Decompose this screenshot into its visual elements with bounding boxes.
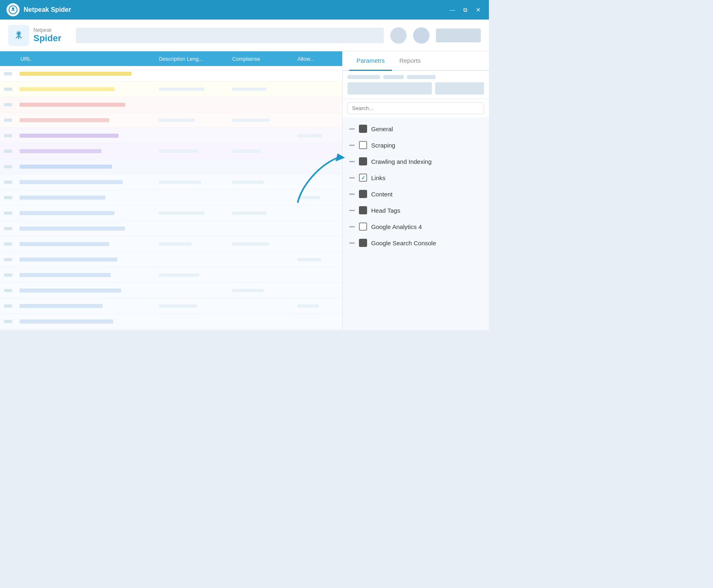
param-item-content[interactable]: Content	[343, 186, 489, 202]
param-dash	[349, 128, 355, 130]
row-allow	[293, 258, 342, 261]
row-num	[0, 211, 16, 215]
row-num	[0, 273, 16, 277]
checkbox-crawling[interactable]	[359, 157, 367, 165]
action-button[interactable]	[436, 29, 481, 42]
row-num	[0, 289, 16, 292]
panel-search	[343, 99, 489, 117]
row-num	[0, 134, 16, 137]
table-row[interactable]	[0, 205, 342, 221]
url-bar[interactable]	[76, 28, 384, 43]
checkbox-links[interactable]: ✓	[359, 174, 367, 182]
search-wrap[interactable]	[348, 102, 484, 114]
toolbar-btn1[interactable]	[348, 82, 432, 95]
param-item-gsc[interactable]: Google Search Console	[343, 235, 489, 251]
maximize-button[interactable]: ⧉	[461, 6, 469, 14]
row-url	[16, 273, 155, 277]
checkbox-content[interactable]	[359, 190, 367, 198]
window-controls[interactable]: — ⧉ ✕	[448, 6, 482, 14]
row-allow	[293, 304, 342, 308]
row-url	[16, 149, 155, 153]
checkmark-blue-icon: ✓	[361, 175, 365, 181]
row-url	[16, 87, 155, 91]
avatar-1	[390, 27, 407, 44]
param-item-crawling[interactable]: Crawling and Indexing	[343, 153, 489, 170]
title-bar: Netpeak Spider — ⧉ ✕	[0, 0, 489, 20]
toolbar-item3	[407, 75, 436, 79]
table-row[interactable]	[0, 329, 342, 330]
param-item-links[interactable]: ✓ Links	[343, 170, 489, 186]
table-row[interactable]	[0, 97, 342, 112]
svg-point-7	[18, 32, 20, 35]
row-num	[0, 242, 16, 246]
row-num	[0, 181, 16, 184]
row-num	[0, 258, 16, 261]
toolbar-item2	[383, 75, 404, 79]
row-desc	[155, 211, 228, 215]
table-row[interactable]	[0, 190, 342, 205]
row-url	[16, 258, 155, 262]
col-url: URL	[16, 56, 155, 62]
logo-icon	[8, 25, 29, 46]
row-comp	[228, 289, 293, 292]
table-row[interactable]	[0, 159, 342, 174]
toolbar-btn2[interactable]	[435, 82, 484, 95]
param-dash	[349, 145, 355, 146]
row-num	[0, 196, 16, 199]
app-logo-icon	[7, 3, 20, 16]
checkbox-gsc[interactable]	[359, 239, 367, 247]
table-row[interactable]	[0, 314, 342, 329]
row-num	[0, 150, 16, 153]
table-row[interactable]	[0, 236, 342, 252]
row-num	[0, 227, 16, 230]
row-comp	[228, 181, 293, 184]
logo-netpeak: Netpeak	[33, 27, 61, 33]
table-row[interactable]	[0, 81, 342, 97]
row-comp	[228, 119, 293, 122]
table-row[interactable]	[0, 143, 342, 159]
table-row[interactable]	[0, 112, 342, 128]
side-panel: Parametrs Reports	[342, 51, 489, 330]
table-row[interactable]	[0, 221, 342, 236]
logo-spider: Spider	[33, 33, 61, 44]
param-dash	[349, 242, 355, 244]
search-input[interactable]	[352, 105, 480, 111]
panel-toolbar	[343, 71, 489, 99]
panel-tabs: Parametrs Reports	[343, 51, 489, 71]
row-url	[16, 227, 155, 231]
param-item-general[interactable]: General	[343, 121, 489, 137]
table-row[interactable]	[0, 174, 342, 190]
checkbox-scraping[interactable]	[359, 141, 367, 149]
row-url	[16, 103, 155, 107]
table-row[interactable]	[0, 66, 342, 81]
table-row[interactable]	[0, 298, 342, 314]
table-row[interactable]	[0, 128, 342, 143]
table-header: URL Description Leng... Complainse Allow…	[0, 51, 342, 66]
close-button[interactable]: ✕	[474, 6, 482, 14]
toolbar-row2	[348, 82, 484, 95]
col-allow: Allow...	[293, 56, 342, 62]
avatar-2	[413, 27, 429, 44]
param-item-ga4[interactable]: Google Analytics 4	[343, 218, 489, 235]
row-url	[16, 211, 155, 215]
param-item-scraping[interactable]: Scraping	[343, 137, 489, 153]
table-row[interactable]	[0, 252, 342, 267]
row-desc	[155, 119, 228, 122]
minimize-button[interactable]: —	[448, 6, 456, 14]
param-item-headtags[interactable]: Head Tags	[343, 202, 489, 218]
row-url	[16, 196, 155, 200]
row-comp	[228, 211, 293, 215]
tab-parametrs[interactable]: Parametrs	[349, 51, 392, 71]
app-title: Netpeak Spider	[24, 6, 71, 13]
tab-reports[interactable]: Reports	[392, 51, 428, 71]
checkbox-ga4[interactable]	[359, 222, 367, 231]
param-dash	[349, 194, 355, 195]
checkbox-headtags[interactable]	[359, 206, 367, 214]
param-label-general: General	[371, 126, 393, 132]
table-area: URL Description Leng... Complainse Allow…	[0, 51, 342, 330]
table-row[interactable]	[0, 283, 342, 298]
col-desc: Description Leng...	[155, 56, 228, 62]
checkbox-general[interactable]	[359, 125, 367, 133]
table-row[interactable]	[0, 267, 342, 283]
toolbar-row1	[348, 75, 484, 79]
